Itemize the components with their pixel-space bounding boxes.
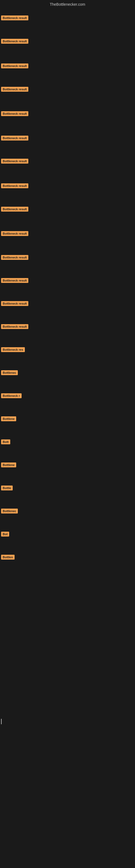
- result-row-21: Bottle: [1, 486, 13, 492]
- bottleneck-badge-9[interactable]: Bottleneck result: [1, 207, 28, 212]
- bottleneck-badge-3[interactable]: Bottleneck result: [1, 63, 28, 68]
- result-row-17: Bottleneck r: [1, 393, 21, 399]
- result-row-5: Bottleneck result: [1, 111, 28, 117]
- bottleneck-badge-13[interactable]: Bottleneck result: [1, 301, 28, 306]
- result-row-8: Bottleneck result: [1, 183, 28, 189]
- bottleneck-badge-22[interactable]: Bottlenec: [1, 508, 18, 514]
- bottleneck-badge-7[interactable]: Bottleneck result: [1, 159, 28, 163]
- result-row-15: Bottleneck res: [1, 347, 25, 353]
- bottleneck-badge-20[interactable]: Bottlene: [1, 463, 16, 467]
- bottleneck-badge-23[interactable]: Bot: [1, 532, 9, 536]
- bottleneck-badge-14[interactable]: Bottleneck result: [1, 324, 28, 329]
- bottleneck-badge-15[interactable]: Bottleneck res: [1, 347, 25, 352]
- bottleneck-badge-4[interactable]: Bottleneck result: [1, 87, 28, 92]
- result-row-2: Bottleneck result: [1, 39, 28, 45]
- bottleneck-badge-18[interactable]: Bottlene: [1, 416, 16, 421]
- result-row-14: Bottleneck result: [1, 324, 28, 330]
- bottleneck-badge-10[interactable]: Bottleneck result: [1, 231, 28, 236]
- site-title: TheBottlenecker.com: [0, 0, 135, 8]
- result-row-19: Bott: [1, 439, 10, 445]
- result-row-24: Bottlen: [1, 555, 14, 561]
- result-row-9: Bottleneck result: [1, 207, 28, 213]
- bottleneck-badge-8[interactable]: Bottleneck result: [1, 183, 28, 188]
- bottleneck-badge-2[interactable]: Bottleneck result: [1, 39, 28, 44]
- result-row-7: Bottleneck result: [1, 159, 28, 165]
- result-row-10: Bottleneck result: [1, 231, 28, 237]
- result-row-18: Bottlene: [1, 416, 16, 422]
- bottleneck-badge-5[interactable]: Bottleneck result: [1, 111, 28, 116]
- result-row-6: Bottleneck result: [1, 135, 28, 142]
- bottleneck-badge-11[interactable]: Bottleneck result: [1, 255, 28, 260]
- bottleneck-badge-16[interactable]: Bottlenec: [1, 370, 18, 375]
- result-row-4: Bottleneck result: [1, 87, 28, 93]
- cursor-indicator: [1, 719, 2, 724]
- bottleneck-badge-6[interactable]: Bottleneck result: [1, 135, 28, 141]
- result-row-23: Bot: [1, 532, 9, 538]
- bottleneck-badge-19[interactable]: Bott: [1, 439, 10, 444]
- bottleneck-badge-21[interactable]: Bottle: [1, 486, 13, 490]
- result-row-20: Bottlene: [1, 463, 16, 468]
- bottleneck-badge-17[interactable]: Bottleneck r: [1, 393, 21, 398]
- bottleneck-badge-1[interactable]: Bottleneck result: [1, 16, 28, 20]
- result-row-12: Bottleneck result: [1, 278, 28, 284]
- result-row-22: Bottlenec: [1, 508, 18, 515]
- result-row-13: Bottleneck result: [1, 301, 28, 307]
- bottleneck-badge-24[interactable]: Bottlen: [1, 555, 14, 560]
- result-row-1: Bottleneck result: [1, 16, 28, 22]
- result-row-3: Bottleneck result: [1, 63, 28, 69]
- result-row-16: Bottlenec: [1, 370, 18, 376]
- result-row-11: Bottleneck result: [1, 255, 28, 261]
- bottleneck-badge-12[interactable]: Bottleneck result: [1, 278, 28, 283]
